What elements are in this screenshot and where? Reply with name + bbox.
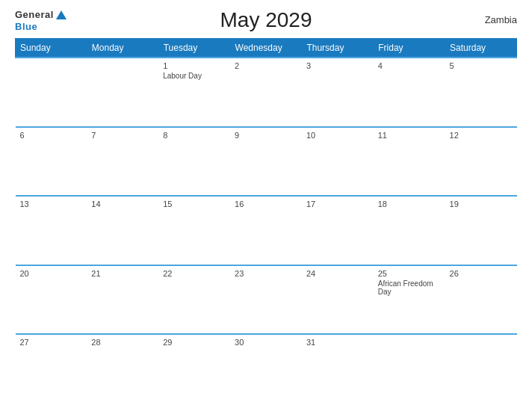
day-number: 1: [163, 61, 226, 70]
logo-general: General: [15, 9, 54, 20]
calendar-cell: 6: [16, 127, 87, 197]
calendar-cell: 3: [302, 58, 374, 127]
calendar-cell: 12: [445, 127, 517, 197]
calendar-cell: 19: [445, 196, 517, 265]
day-number: 7: [91, 131, 154, 140]
calendar-cell: 17: [302, 196, 374, 265]
day-number: 19: [450, 200, 513, 208]
logo-triangle-icon: [56, 10, 66, 19]
day-number: 23: [235, 269, 297, 278]
day-number: 9: [235, 131, 297, 140]
calendar-cell: 5: [445, 58, 517, 127]
logo-blue: Blue: [15, 21, 37, 32]
calendar-cell: 26: [445, 265, 517, 335]
calendar-table: SundayMondayTuesdayWednesdayThursdayFrid…: [15, 38, 517, 404]
calendar-header: General Blue May 2029 Zambia: [15, 7, 517, 32]
holiday-label: Labour Day: [163, 72, 226, 80]
day-number: 8: [163, 131, 226, 140]
day-number: 17: [306, 200, 369, 208]
calendar-cell: 16: [230, 196, 302, 265]
day-number: 31: [306, 338, 369, 347]
day-header-tuesday: Tuesday: [158, 39, 230, 58]
calendar-cell: 22: [158, 265, 230, 335]
day-number: 18: [378, 200, 441, 208]
day-number: 20: [20, 269, 83, 278]
calendar-cell: 4: [374, 58, 445, 127]
day-number: 30: [235, 338, 297, 347]
day-header-thursday: Thursday: [302, 39, 374, 58]
day-header-saturday: Saturday: [445, 39, 517, 58]
day-number: 10: [306, 131, 369, 140]
day-number: 14: [91, 200, 154, 208]
calendar-header-row: SundayMondayTuesdayWednesdayThursdayFrid…: [16, 39, 517, 58]
calendar-cell: 24: [302, 265, 374, 335]
day-number: 29: [163, 338, 226, 347]
day-header-monday: Monday: [87, 39, 158, 58]
day-header-friday: Friday: [374, 39, 445, 58]
calendar-week-row: 13141516171819: [16, 196, 517, 265]
day-number: 16: [235, 200, 297, 208]
day-number: 5: [450, 61, 513, 70]
calendar-cell: 8: [158, 127, 230, 197]
calendar-cell: 11: [374, 127, 445, 197]
calendar-cell: [445, 334, 517, 404]
calendar-cell: [87, 58, 158, 127]
day-number: 4: [378, 61, 441, 70]
logo: General Blue: [15, 7, 66, 32]
calendar-cell: 2: [230, 58, 302, 127]
calendar-cell: 9: [230, 127, 302, 197]
calendar-week-row: 1Labour Day2345: [16, 58, 517, 127]
calendar-week-row: 2728293031: [16, 334, 517, 404]
calendar-cell: 29: [158, 334, 230, 404]
calendar-cell: 18: [374, 196, 445, 265]
day-number: 27: [20, 338, 83, 347]
calendar-week-row: 202122232425African Freedom Day26: [16, 265, 517, 335]
calendar-cell: 30: [230, 334, 302, 404]
day-number: 26: [450, 269, 513, 278]
day-number: 12: [450, 131, 513, 140]
day-number: 15: [163, 200, 226, 208]
day-header-wednesday: Wednesday: [230, 39, 302, 58]
day-number: 24: [306, 269, 369, 278]
day-number: 6: [20, 131, 83, 140]
day-number: 25: [378, 269, 441, 278]
day-number: 13: [20, 200, 83, 208]
calendar-week-row: 6789101112: [16, 127, 517, 197]
calendar-cell: [374, 334, 445, 404]
calendar-cell: 15: [158, 196, 230, 265]
day-header-sunday: Sunday: [16, 39, 87, 58]
calendar-cell: [16, 58, 87, 127]
day-number: 22: [163, 269, 226, 278]
day-number: 11: [378, 131, 441, 140]
calendar-cell: 1Labour Day: [158, 58, 230, 127]
calendar-cell: 21: [87, 265, 158, 335]
calendar-cell: 31: [302, 334, 374, 404]
calendar-cell: 13: [16, 196, 87, 265]
calendar-cell: 25African Freedom Day: [374, 265, 445, 335]
day-number: 28: [91, 338, 154, 347]
page-title: May 2029: [220, 8, 312, 32]
calendar-cell: 10: [302, 127, 374, 197]
holiday-label: African Freedom Day: [378, 279, 441, 296]
calendar-cell: 14: [87, 196, 158, 265]
calendar-cell: 27: [16, 334, 87, 404]
calendar-cell: 28: [87, 334, 158, 404]
calendar-cell: 7: [87, 127, 158, 197]
logo-text: General: [15, 7, 66, 21]
calendar-cell: 20: [16, 265, 87, 335]
country-label: Zambia: [485, 14, 517, 25]
day-number: 2: [235, 61, 297, 70]
day-number: 3: [306, 61, 369, 70]
day-number: 21: [91, 269, 154, 278]
calendar-cell: 23: [230, 265, 302, 335]
